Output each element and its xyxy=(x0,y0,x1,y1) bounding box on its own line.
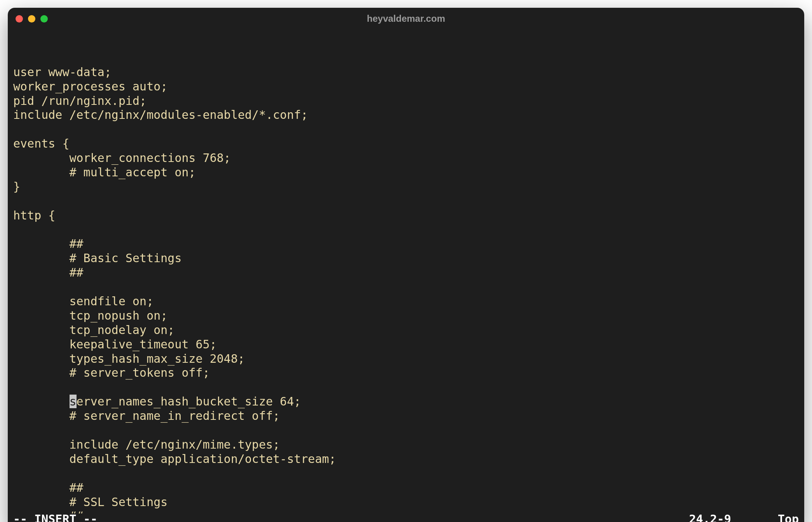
terminal-window: heyvaldemar.com user www-data; worker_pr… xyxy=(8,8,804,522)
close-button[interactable] xyxy=(16,15,23,23)
window-title: heyvaldemar.com xyxy=(367,13,445,24)
editor-content[interactable]: user www-data; worker_processes auto; pi… xyxy=(13,65,799,513)
scroll-position: Top xyxy=(778,512,799,522)
minimize-button[interactable] xyxy=(28,15,35,23)
status-bar: -- INSERT -- 24,2-9 Top xyxy=(8,513,804,522)
title-bar: heyvaldemar.com xyxy=(8,8,804,30)
vim-mode: -- INSERT -- xyxy=(13,512,98,522)
cursor-position: 24,2-9 xyxy=(689,512,731,522)
traffic-lights xyxy=(16,15,48,23)
editor-area[interactable]: user www-data; worker_processes auto; pi… xyxy=(8,30,804,513)
maximize-button[interactable] xyxy=(40,15,48,23)
